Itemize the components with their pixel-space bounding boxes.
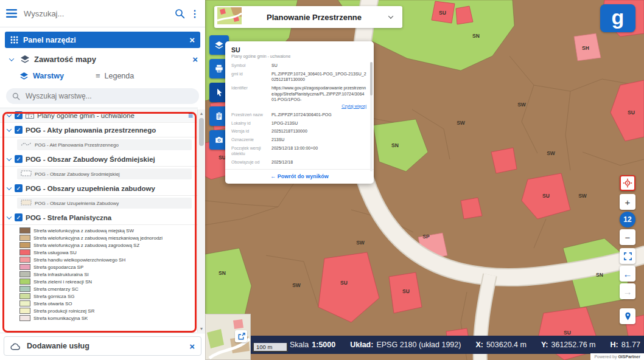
feature-info-popup: SU Plany ogólne gmin - uchwalone Symbol … [225,41,374,184]
layer-checkbox[interactable]: ✓ [15,111,23,119]
history-back-button[interactable]: ← [620,266,635,282]
expand-minimap-icon[interactable] [235,330,247,342]
tab-warstwy[interactable]: Warstwy [18,68,65,84]
layer-root-row[interactable]: ✓ Plany ogólne gmin - uchwalone ≡ [0,108,198,123]
search-icon[interactable] [175,9,185,19]
close-icon[interactable]: × [192,55,198,64]
tab-warstwy-label: Warstwy [33,72,64,80]
scale-label: Skala [290,341,309,349]
chevron-down-icon[interactable] [5,184,13,193]
panel-tabs: Warstwy ≡ Legenda [0,66,205,84]
field-label: Identifier [231,85,268,109]
field-value: 1POG-213SU [271,120,366,126]
gispartner-logo-button[interactable]: g [600,4,635,32]
zoom-in-button[interactable]: + [620,194,635,210]
layer-checkbox[interactable]: ✓ [15,213,23,221]
layer-search-input[interactable] [24,91,193,101]
zone-label: Strefa zieleni i rekreacji SN [33,279,92,285]
identifier-url: https://www.gov.pl/zagospodarowanie prze… [271,86,366,102]
close-icon[interactable]: × [189,342,195,351]
zone-color-swatch [19,300,30,306]
close-icon[interactable]: × [189,35,195,44]
svg-text:SU: SU [402,288,410,294]
map-selector-dropdown[interactable]: Planowanie Przestrzenne [214,6,402,28]
search-icon [12,92,20,100]
scrollbar-thumb[interactable] [370,62,373,95]
kebab-menu-icon[interactable]: ⋮ [191,8,199,19]
field-label: Obowiązuje od [231,159,268,165]
scroll-down-icon[interactable]: ▼ [200,325,204,332]
layer-tree: ✓ Plany ogólne gmin - uchwalone ≡ ✓ POG … [0,108,205,333]
zone-label: Strefa cmentarzy SC [33,286,79,292]
x-label: X: [475,341,483,349]
legend-symbol-icon [21,170,32,178]
zone-label: Strefa infrastrukturalna SI [33,272,89,277]
svg-text:SU: SU [628,109,635,116]
layer-legend-item: POG - Obszar Uzupełnienia Zabudowy [17,198,192,209]
global-search-input[interactable] [23,9,169,19]
chevron-down-icon[interactable] [7,55,16,64]
scale-bar-label: 100 m [256,344,272,350]
attribution-brand[interactable]: GISPartner [618,355,640,359]
y-label: Y: [541,341,548,349]
tree-scrollbar[interactable]: ▲ ▼ [197,109,205,332]
zone-color-swatch [19,264,30,270]
scrollbar-thumb[interactable] [199,118,204,146]
zone-label: Strefa wielofunkcyjna z zabudową zagrodo… [33,243,139,248]
h-label: H: [611,341,618,349]
layer-group-label: POG - Obszary uzupełnienia zabudowy [26,185,195,192]
layer-legend-item: POG - Obszar Zabudowy Srodmiejskiej [17,168,192,179]
svg-text:SW: SW [517,102,527,108]
layer-group-row[interactable]: ✓ POG - Obszar Zabudowy Śródmiejskiej [0,152,198,167]
field-value: https://www.gov.pl/zagospodarowanie prze… [271,85,366,109]
apps-grid-icon [10,36,18,44]
layer-group-row[interactable]: ✓ POG - Strefa Planistyczna [0,210,198,225]
attribution-prefix: Powered by [594,355,617,359]
layer-options-icon[interactable]: ≡ [186,111,195,120]
add-services-bar[interactable]: Dodawanie usług × [4,336,201,356]
x-value: 503620.4 m [486,341,527,349]
tools-panel-title: Panel narzędzi [23,36,184,44]
chevron-down-icon[interactable] [387,13,395,21]
hamburger-menu-icon[interactable] [6,9,17,18]
feature-subtitle: Plany ogólne gmin - uchwalone [231,54,366,58]
legend-zone-row: Strefa zieleni i rekreacji SN [19,278,198,285]
chevron-down-icon[interactable] [5,111,13,120]
popup-scrollbar[interactable] [370,62,373,171]
chevron-down-icon[interactable] [5,155,13,164]
legend-symbol-icon [21,142,32,148]
fullscreen-button[interactable] [620,248,635,264]
svg-text:SN: SN [391,142,399,148]
zone-legend-list: Strefa wielofunkcyjna z zabudową miejską… [0,225,198,322]
zone-color-swatch [19,293,30,299]
locate-button[interactable] [620,175,635,191]
back-link-label: Powrót do wyników [278,173,329,179]
history-forward-button[interactable]: → [620,283,635,299]
zoom-level-badge: 12 [620,212,635,227]
back-to-results-link[interactable]: ← Powrót do wyników [225,169,374,184]
map-pin-button[interactable] [620,308,635,324]
layer-group-row[interactable]: ✓ POG - Akty planowania przestrzennego [0,123,198,137]
svg-text:SW: SW [292,282,301,288]
feature-field-row: Początek wersji obiektu 2025/12/18 13:00… [231,145,366,156]
zone-color-swatch [19,249,30,255]
scale-readout: Skala 1:5000 [290,341,335,349]
chevron-down-icon[interactable] [5,126,13,134]
read-more-link[interactable]: Czytaj więcej [271,103,366,109]
field-value: 2025/12/18 [271,159,366,165]
chevron-down-icon[interactable] [5,213,13,222]
scroll-up-icon[interactable]: ▲ [200,109,204,117]
tab-legenda[interactable]: ≡ Legenda [94,68,135,84]
layer-group-row[interactable]: ✓ POG - Obszary uzupełnienia zabudowy [0,181,198,196]
zoom-out-button[interactable]: − [620,229,635,245]
svg-text:SU: SU [564,330,571,336]
status-bar: Skala 1:5000 Układ: EPSG 2180 (układ 199… [251,336,644,354]
layer-checkbox[interactable]: ✓ [15,184,23,192]
layer-checkbox[interactable]: ✓ [15,155,23,163]
zone-label: Strefa gospodarcza SP [33,265,83,270]
svg-text:SN: SN [472,33,480,39]
layer-checkbox[interactable]: ✓ [15,126,23,134]
svg-text:SW: SW [578,193,587,199]
field-label: Przestrzeń nazw [231,112,268,117]
overview-minimap[interactable] [205,314,251,360]
